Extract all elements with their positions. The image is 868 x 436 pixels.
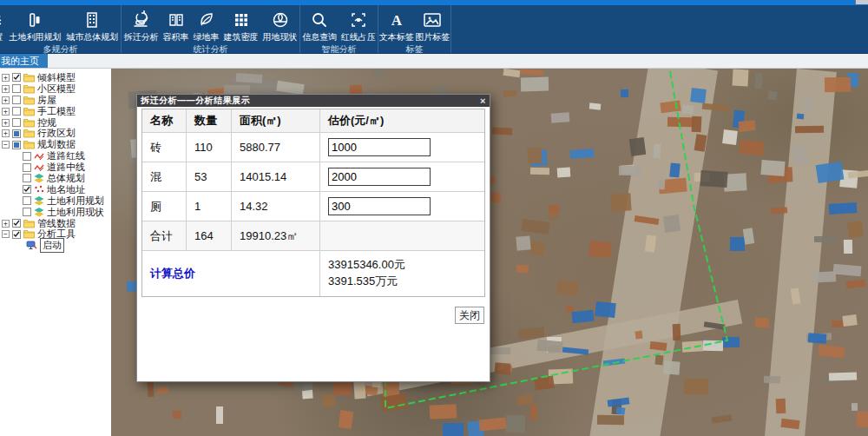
results-table: 名称数量面积(㎡)估价(元/㎡)砖1105880.77混5314015.14厕1… bbox=[141, 109, 485, 297]
app-window: 重置土地利用规划城市总体规划多规分析拆迁分析容积率绿地率建筑密度用地现状统计分析… bbox=[0, 0, 868, 436]
redline-icon bbox=[34, 163, 44, 172]
tree-expander[interactable]: + bbox=[2, 96, 10, 104]
estimate-price-input[interactable] bbox=[328, 138, 431, 156]
tree-checkbox[interactable] bbox=[12, 84, 21, 93]
tree-expander[interactable]: + bbox=[2, 85, 10, 93]
tree-item[interactable]: +手工模型 bbox=[2, 106, 111, 117]
tree-checkbox[interactable] bbox=[12, 219, 21, 228]
cityplan-icon bbox=[82, 9, 102, 30]
table-cell-name: 厕 bbox=[142, 192, 187, 221]
dots-icon bbox=[34, 185, 44, 194]
grid-icon bbox=[232, 9, 251, 30]
folder-icon bbox=[23, 129, 35, 138]
folder-icon bbox=[23, 73, 35, 83]
table-cell-price bbox=[320, 133, 484, 162]
tree-checkbox[interactable] bbox=[23, 152, 31, 161]
ribbon-button[interactable]: 用地现状 bbox=[263, 8, 298, 43]
layer-tree-panel: +倾斜模型+小区模型+房屋+手工模型+控规+行政区划−规划数据道路红线道路中线总… bbox=[0, 69, 111, 436]
ribbon-button-label: 土地利用规划 bbox=[9, 31, 61, 43]
table-cell-price bbox=[320, 162, 484, 192]
tree-expander[interactable]: + bbox=[2, 129, 10, 137]
tree-expander[interactable]: − bbox=[2, 230, 10, 238]
folder-icon bbox=[23, 107, 35, 116]
tree-item[interactable]: 启动 bbox=[2, 240, 111, 251]
tree-expander[interactable]: + bbox=[2, 108, 10, 116]
table-cell-count: 53 bbox=[187, 162, 232, 192]
dialog-close-icon[interactable]: × bbox=[480, 96, 486, 106]
tree-checkbox[interactable] bbox=[12, 73, 21, 82]
tree-item[interactable]: +小区模型 bbox=[2, 83, 111, 95]
table-cell-price bbox=[320, 192, 484, 221]
ribbon-button[interactable]: 拆迁分析 bbox=[124, 8, 159, 43]
tree-checkbox[interactable] bbox=[23, 163, 31, 172]
ribbon-button[interactable]: 图片标签 bbox=[415, 8, 450, 43]
tree-checkbox[interactable] bbox=[12, 107, 21, 116]
leaf-icon bbox=[197, 9, 216, 30]
ribbon-button[interactable]: 城市总体规划 bbox=[66, 8, 118, 43]
table-cell-price bbox=[320, 221, 484, 251]
redline-icon bbox=[34, 152, 44, 161]
tab-bar: 我的主页 bbox=[0, 54, 868, 69]
search-icon bbox=[310, 9, 329, 30]
table-cell-area: 14015.14 bbox=[232, 162, 320, 192]
ribbon-button[interactable]: 建筑密度 bbox=[224, 8, 259, 43]
folder-icon bbox=[23, 118, 35, 128]
layers-icon bbox=[34, 174, 44, 183]
ribbon-group: 重置土地利用规划城市总体规划多规分析 bbox=[0, 5, 122, 53]
ribbon-button-label: 容积率 bbox=[163, 31, 189, 43]
estimate-price-input[interactable] bbox=[328, 197, 431, 215]
book-icon bbox=[167, 9, 186, 30]
table-header-cell: 数量 bbox=[187, 109, 232, 133]
tree-expander[interactable]: − bbox=[2, 141, 10, 149]
folder-icon bbox=[23, 229, 35, 239]
window-corner-control[interactable] bbox=[855, 0, 868, 4]
table-header-cell: 估价(元/㎡) bbox=[320, 109, 484, 133]
tree-checkbox[interactable] bbox=[23, 185, 31, 194]
dialog-titlebar[interactable]: 拆迁分析——分析结果展示 × bbox=[137, 95, 490, 107]
launch-icon bbox=[26, 241, 37, 250]
tree-expander[interactable]: + bbox=[2, 220, 10, 228]
tree-checkbox[interactable] bbox=[12, 129, 21, 138]
ribbon-button[interactable]: 重置 bbox=[0, 8, 4, 43]
estimate-price-input[interactable] bbox=[328, 168, 431, 186]
tab-my-homepage[interactable]: 我的主页 bbox=[0, 54, 48, 68]
tree-checkbox[interactable] bbox=[12, 141, 21, 149]
ribbon-toolbar: 重置土地利用规划城市总体规划多规分析拆迁分析容积率绿地率建筑密度用地现状统计分析… bbox=[0, 5, 868, 54]
dialog-body: 名称数量面积(㎡)估价(元/㎡)砖1105880.77混5314015.14厕1… bbox=[137, 107, 490, 381]
ribbon-button[interactable]: 红线占压 bbox=[341, 8, 376, 43]
ribbon-button[interactable]: 土地利用规划 bbox=[9, 8, 61, 43]
total-price-values: 33915346.00元3391.535万元 bbox=[320, 251, 484, 296]
table-cell-count: 164 bbox=[187, 221, 232, 251]
ribbon-button-label: 用地现状 bbox=[263, 31, 298, 43]
tree-checkbox[interactable] bbox=[23, 208, 31, 216]
tree-expander[interactable]: + bbox=[2, 74, 10, 82]
tree-expander[interactable]: + bbox=[2, 119, 10, 127]
table-cell-name: 混 bbox=[142, 162, 187, 192]
table-header-cell: 面积(㎡) bbox=[232, 109, 320, 133]
ribbon-button[interactable]: 信息查询 bbox=[302, 8, 337, 43]
tree-checkbox[interactable] bbox=[12, 230, 21, 239]
tree-checkbox[interactable] bbox=[23, 174, 31, 182]
demolition-result-dialog: 拆迁分析——分析结果展示 × 名称数量面积(㎡)估价(元/㎡)砖1105880.… bbox=[136, 94, 490, 382]
layers-icon bbox=[0, 9, 4, 30]
ribbon-button[interactable]: 容积率 bbox=[163, 8, 189, 43]
ribbon-button-label: 文本标签 bbox=[379, 31, 414, 43]
ribbon-group: A文本标签图片标签标签 bbox=[378, 5, 451, 53]
ribbon-button-label: 信息查询 bbox=[302, 31, 337, 43]
tree-item-label: 启动 bbox=[40, 238, 64, 253]
tree-checkbox[interactable] bbox=[12, 118, 21, 127]
ribbon-button-label: 图片标签 bbox=[415, 31, 450, 43]
ribbon-button-label: 建筑密度 bbox=[224, 31, 259, 43]
table-cell-name: 合计 bbox=[142, 221, 187, 251]
ribbon-button[interactable]: A文本标签 bbox=[379, 8, 414, 43]
table-cell-area: 5880.77 bbox=[232, 133, 320, 162]
tree-checkbox[interactable] bbox=[12, 96, 21, 104]
folder-icon bbox=[23, 219, 35, 228]
excavator-icon bbox=[131, 9, 152, 30]
tree-checkbox[interactable] bbox=[23, 196, 31, 205]
layer-tree: +倾斜模型+小区模型+房屋+手工模型+控规+行政区划−规划数据道路红线道路中线总… bbox=[0, 69, 111, 251]
close-button[interactable]: 关闭 bbox=[455, 307, 484, 324]
folder-icon bbox=[23, 84, 35, 94]
globe-icon bbox=[271, 9, 290, 30]
ribbon-button[interactable]: 绿地率 bbox=[194, 8, 220, 43]
